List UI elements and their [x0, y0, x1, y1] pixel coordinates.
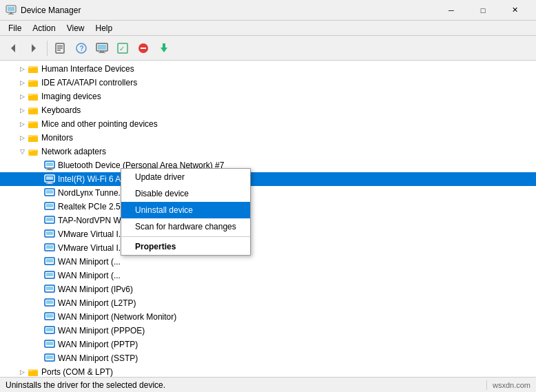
tree-item-tap-nordvpn[interactable]: ▷ TAP-NordVPN W... [0, 214, 536, 227]
svg-rect-74 [46, 342, 53, 345]
tree-item-wan-pptp[interactable]: ▷ WAN Miniport (PPTP) [0, 338, 536, 351]
properties-button[interactable] [52, 39, 70, 57]
tree-item-wan-nm[interactable]: ▷ WAN Miniport (Network Monitor) [0, 310, 536, 324]
update-button[interactable] [155, 39, 173, 57]
item-label: WAN Miniport (PPPOE) [58, 326, 145, 336]
display-button[interactable] [93, 39, 111, 57]
display-icon [96, 42, 108, 54]
tree-item-wan-l2tp[interactable]: ▷ WAN Miniport (L2TP) [0, 296, 536, 310]
tree-item-bluetooth[interactable]: ▷ Bluetooth Device (Personal Area Networ… [0, 158, 536, 172]
tree-item-monitors[interactable]: ▷ Monitors [0, 131, 536, 145]
svg-rect-32 [28, 109, 38, 114]
tree-item-keyboards[interactable]: ▷ Keyboards [0, 103, 536, 117]
tree-item-vmware2[interactable]: ▷ VMware Virtual I... [0, 241, 536, 255]
context-menu-uninstall-device[interactable]: Uninstall device [121, 202, 250, 218]
back-button[interactable] [4, 39, 22, 57]
scan-button[interactable]: ✓ [114, 39, 132, 57]
tree-item-human-interface[interactable]: ▷ Human Interface Devices [0, 62, 536, 76]
remove-button[interactable] [134, 39, 152, 57]
network-device-icon [44, 201, 55, 212]
item-label: WAN Miniport (... [58, 257, 121, 267]
menu-view[interactable]: View [61, 22, 90, 34]
tree-item-ide-ata[interactable]: ▷ IDE ATA/ATAPI controllers [0, 76, 536, 90]
properties-icon [54, 42, 67, 54]
svg-rect-46 [46, 169, 53, 170]
forward-button[interactable] [25, 39, 43, 57]
svg-rect-33 [28, 107, 32, 110]
item-label: NordLynx Tunne... [58, 188, 125, 198]
svg-rect-29 [28, 95, 38, 101]
network-device-icon [44, 311, 55, 322]
folder-icon [28, 367, 39, 377]
svg-rect-52 [46, 190, 53, 194]
folder-open-icon [28, 146, 39, 157]
svg-rect-23 [28, 68, 38, 73]
context-menu-properties[interactable]: Properties [121, 238, 250, 255]
expand-icon: ▷ [17, 77, 28, 88]
status-bar: Uninstalls the driver for the selected d… [0, 377, 536, 392]
svg-rect-14 [100, 51, 104, 52]
item-label: Ports (COM & LPT) [41, 367, 113, 377]
context-menu-disable-device[interactable]: Disable device [121, 185, 250, 202]
tree-item-wan-sstp[interactable]: ▷ WAN Miniport (SSTP) [0, 351, 536, 365]
svg-rect-70 [46, 314, 53, 318]
minimize-button[interactable]: ─ [435, 3, 467, 18]
item-label: WAN Miniport (L2TP) [58, 298, 136, 308]
tree-item-wan2[interactable]: ▷ WAN Miniport (... [0, 269, 536, 282]
item-label: WAN Miniport (SSTP) [58, 353, 138, 363]
scan-icon: ✓ [116, 42, 129, 54]
back-icon [7, 42, 19, 54]
network-device-icon [44, 270, 55, 281]
svg-rect-72 [46, 328, 53, 331]
menu-file[interactable]: File [3, 22, 27, 34]
network-device-icon [44, 174, 55, 185]
folder-icon [28, 91, 39, 102]
expand-icon: ▽ [17, 146, 28, 157]
item-label: Realtek PCIe 2.5... [58, 202, 127, 212]
toolbar: ? ✓ [0, 36, 536, 61]
tree-item-mice[interactable]: ▷ Mice and other pointing devices [0, 117, 536, 131]
app-icon [6, 5, 17, 16]
svg-rect-3 [8, 14, 14, 14]
tree-view[interactable]: ▷ Human Interface Devices ▷ IDE ATA/ATAP… [0, 61, 536, 377]
expand-icon: ▷ [17, 367, 28, 377]
tree-item-intel-wifi[interactable]: ▷ Intel(R) Wi-Fi 6 AX200 160MHz [0, 172, 536, 186]
item-label: WAN Miniport (IPv6) [58, 285, 133, 294]
network-device-icon [44, 243, 55, 254]
svg-rect-8 [57, 48, 63, 49]
item-label: IDE ATA/ATAPI controllers [41, 78, 137, 87]
svg-rect-42 [28, 149, 32, 152]
help-button[interactable]: ? [72, 39, 90, 57]
window-controls: ─ □ ✕ [435, 3, 530, 18]
tree-item-realtek[interactable]: ▷ Realtek PCIe 2.5... [0, 200, 536, 214]
main-area: ▷ Human Interface Devices ▷ IDE ATA/ATAP… [0, 61, 536, 377]
folder-icon [28, 77, 39, 88]
item-label: Monitors [41, 133, 73, 143]
tree-item-nordlynx[interactable]: ▷ NordLynx Tunne... [0, 186, 536, 200]
svg-rect-7 [57, 45, 63, 47]
item-label: VMware Virtual I... [58, 229, 125, 239]
tree-item-wan-ipv6[interactable]: ▷ WAN Miniport (IPv6) [0, 282, 536, 296]
network-device-icon [44, 215, 55, 226]
close-button[interactable]: ✕ [499, 3, 530, 18]
svg-rect-27 [28, 80, 32, 82]
tree-item-imaging[interactable]: ▷ Imaging devices [0, 90, 536, 103]
title-bar: Device Manager ─ □ ✕ [0, 0, 536, 21]
maximize-button[interactable]: □ [467, 3, 499, 18]
tree-item-network-adapters[interactable]: ▽ Network adapters [0, 145, 536, 158]
context-menu-scan-hardware[interactable]: Scan for hardware changes [121, 218, 250, 235]
network-device-icon [44, 229, 55, 240]
context-menu-update-driver[interactable]: Update driver [121, 169, 250, 185]
tree-item-wan-pppoe[interactable]: ▷ WAN Miniport (PPPOE) [0, 324, 536, 338]
svg-rect-44 [46, 163, 53, 166]
menu-action[interactable]: Action [27, 22, 61, 34]
tree-item-vmware1[interactable]: ▷ VMware Virtual I... [0, 227, 536, 241]
svg-rect-9 [57, 50, 61, 51]
tree-item-wan1[interactable]: ▷ WAN Miniport (... [0, 255, 536, 269]
menu-help[interactable]: Help [90, 22, 118, 34]
item-label: WAN Miniport (PPTP) [58, 340, 138, 349]
item-label: Mice and other pointing devices [41, 119, 158, 129]
folder-icon [28, 63, 39, 74]
tree-item-ports[interactable]: ▷ Ports (COM & LPT) [0, 365, 536, 377]
svg-rect-66 [46, 287, 53, 290]
